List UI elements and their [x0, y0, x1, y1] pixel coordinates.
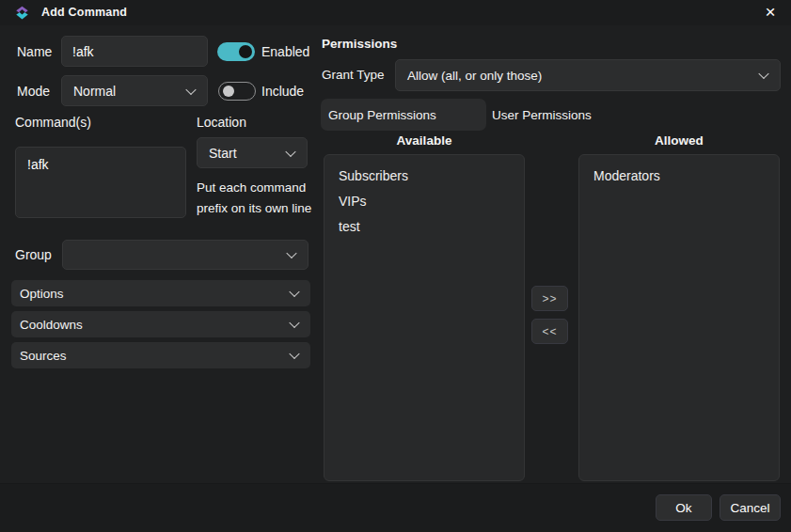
commands-label: Command(s) [15, 115, 91, 130]
mode-label: Mode [17, 84, 50, 99]
app-logo-icon [15, 6, 29, 20]
options-expander-label: Options [20, 287, 64, 301]
location-select[interactable]: Start [197, 137, 308, 168]
chevron-down-icon [758, 69, 768, 79]
cancel-button[interactable]: Cancel [720, 494, 781, 521]
tab-user-permissions[interactable]: User Permissions [486, 99, 637, 131]
mode-select[interactable]: Normal [61, 75, 208, 106]
chevron-down-icon [289, 349, 299, 359]
list-item[interactable]: Subscribers [324, 164, 524, 189]
tab-user-permissions-label: User Permissions [492, 108, 592, 122]
include-toggle[interactable] [218, 82, 256, 101]
ok-button[interactable]: Ok [656, 494, 712, 521]
chevron-down-icon [285, 146, 295, 156]
chevron-down-icon [185, 84, 196, 94]
mode-select-value: Normal [73, 84, 116, 99]
commands-textarea[interactable]: !afk [15, 147, 186, 218]
allowed-header: Allowed [578, 133, 780, 148]
allowed-list[interactable]: Moderators [578, 154, 780, 481]
enabled-toggle[interactable] [217, 42, 255, 61]
commands-hint: Put each command prefix on its own line [197, 178, 316, 218]
list-item[interactable]: test [324, 214, 524, 240]
chevron-down-icon [289, 318, 299, 328]
dialog-title: Add Command [41, 6, 127, 19]
sources-expander[interactable]: Sources [11, 342, 310, 368]
grant-type-label: Grant Type [322, 68, 385, 82]
close-icon[interactable]: × [756, 1, 784, 23]
toggle-knob [223, 86, 234, 97]
add-command-dialog: { "window": { "title": "Add Command", "c… [0, 0, 791, 532]
cooldowns-expander-label: Cooldowns [20, 318, 83, 332]
tab-group-permissions[interactable]: Group Permissions [321, 99, 486, 131]
permissions-title: Permissions [322, 37, 397, 51]
location-select-value: Start [209, 146, 237, 161]
options-expander[interactable]: Options [11, 280, 310, 306]
toggle-knob [239, 45, 252, 58]
tab-group-permissions-label: Group Permissions [328, 108, 436, 122]
available-list[interactable]: SubscribersVIPstest [324, 154, 525, 481]
grant-type-select-value: Allow (all, or only those) [407, 69, 542, 83]
grant-type-select[interactable]: Allow (all, or only those) [395, 59, 781, 91]
chevron-down-icon [286, 248, 296, 258]
name-input[interactable] [61, 36, 208, 67]
name-label: Name [17, 44, 52, 59]
location-label: Location [197, 115, 246, 130]
group-select[interactable] [62, 240, 308, 270]
chevron-down-icon [289, 287, 299, 297]
cooldowns-expander[interactable]: Cooldowns [11, 311, 310, 337]
group-label: Group [15, 247, 52, 262]
move-right-button[interactable]: >> [531, 286, 568, 311]
move-left-button[interactable]: << [531, 319, 568, 344]
available-header: Available [324, 133, 525, 148]
list-item[interactable]: VIPs [324, 189, 524, 214]
include-label: Include [261, 84, 304, 99]
sources-expander-label: Sources [20, 349, 67, 363]
list-item[interactable]: Moderators [579, 164, 779, 189]
enabled-label: Enabled [261, 44, 309, 59]
